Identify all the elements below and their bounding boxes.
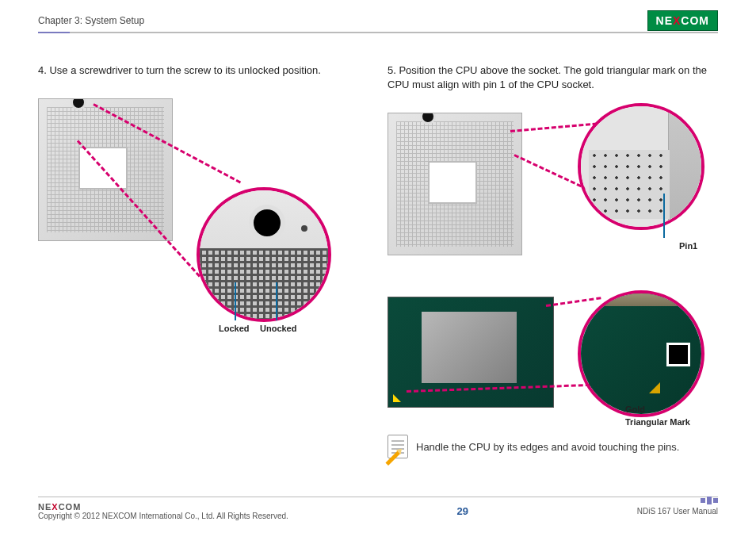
left-column: 4. Use a screwdriver to turn the screw t…: [38, 63, 368, 485]
magnifier-pin1: [578, 103, 704, 230]
cpu-qr-mark: [666, 343, 690, 366]
footer-decor: [699, 496, 718, 504]
unlocked-pointer: [276, 282, 277, 320]
logo-text-x: X: [673, 14, 681, 27]
magnifier-screw-inner: [200, 190, 328, 319]
page-footer: NEXCOM Copyright © 2012 NEXCOM Internati…: [38, 497, 718, 520]
pinhole-detail: [301, 225, 307, 232]
footer-logo-suffix: COM: [59, 502, 82, 512]
cpu-edge-detail: [581, 293, 701, 306]
magnifier-pin1-inner: [581, 106, 701, 227]
chapter-title: Chapter 3: System Setup: [38, 15, 144, 26]
page-header: Chapter 3: System Setup NEXCOM: [38, 10, 718, 32]
locked-pointer: [235, 282, 236, 320]
header-rule: [38, 32, 718, 33]
note-icon: [388, 435, 408, 458]
footer-left: NEXCOM Copyright © 2012 NEXCOM Internati…: [38, 502, 288, 520]
footer-logo-x: X: [52, 502, 58, 512]
content-area: 4. Use a screwdriver to turn the screw t…: [38, 63, 718, 485]
step-4-text: 4. Use a screwdriver to turn the screw t…: [38, 63, 368, 78]
footer-logo: NEXCOM: [38, 502, 288, 512]
footer-logo-prefix: NE: [38, 502, 52, 512]
figure-4: Locked Unocked: [38, 92, 368, 330]
figure-5b: Gold Triangular Mark: [388, 293, 718, 428]
callout-dash-3: [510, 123, 598, 133]
label-pin1: Pin1: [679, 241, 697, 251]
magnifier-screw: [197, 187, 331, 322]
socket-edge-detail: [668, 106, 701, 227]
manual-title: NDiS 167 User Manual: [637, 507, 718, 516]
logo-text-suffix: COM: [681, 14, 709, 27]
magnifier-gold-mark-inner: [581, 293, 701, 414]
label-gold-1: Gold: [625, 405, 645, 414]
step-5-text: 5. Position the CPU above the socket. Th…: [388, 63, 718, 92]
label-gold-2: Triangular Mark: [625, 417, 690, 427]
cpu-socket-illustration-right: [388, 113, 522, 255]
magnifier-gold-mark: [578, 290, 704, 417]
note-row: Handle the CPU by its edges and avoid to…: [388, 435, 718, 458]
pin1-pointer: [663, 194, 665, 238]
label-locked: Locked: [219, 324, 250, 333]
copyright-text: Copyright © 2012 NEXCOM International Co…: [38, 512, 288, 520]
right-column: 5. Position the CPU above the socket. Th…: [388, 63, 718, 485]
page-number: 29: [457, 505, 468, 517]
screw-detail: [249, 205, 285, 241]
socket-screw: [71, 98, 86, 110]
socket-screw-right: [420, 113, 436, 125]
brand-logo: NEXCOM: [647, 10, 718, 31]
label-unlocked: Unocked: [260, 324, 296, 333]
figure-5a: Pin1: [388, 106, 718, 289]
socket-opening-right: [428, 161, 477, 204]
cpu-die: [422, 312, 517, 383]
logo-text-prefix: NE: [656, 14, 673, 27]
cpu-gold-corner: [393, 394, 401, 402]
note-text: Handle the CPU by its edges and avoid to…: [416, 441, 679, 453]
gold-triangle-detail: [649, 382, 660, 393]
callout-dash-6: [546, 297, 601, 308]
